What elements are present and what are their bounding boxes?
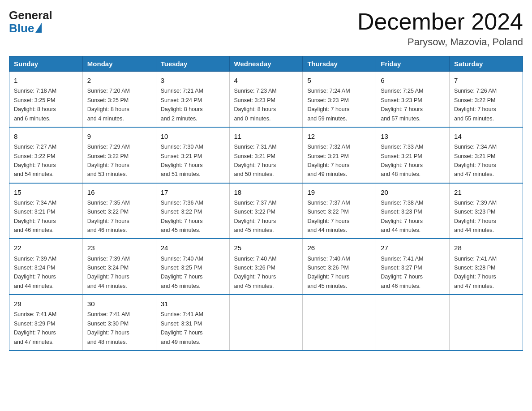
day-info: Sunrise: 7:32 AMSunset: 3:21 PMDaylight:…: [307, 144, 350, 177]
calendar-cell: [450, 295, 523, 351]
calendar-cell: 17Sunrise: 7:36 AMSunset: 3:22 PMDayligh…: [156, 183, 229, 239]
location-title: Parysow, Mazovia, Poland: [357, 36, 523, 48]
day-info: Sunrise: 7:41 AMSunset: 3:28 PMDaylight:…: [454, 256, 497, 289]
weekday-header-thursday: Thursday: [303, 56, 376, 72]
day-info: Sunrise: 7:36 AMSunset: 3:22 PMDaylight:…: [161, 200, 203, 233]
calendar-cell: 18Sunrise: 7:37 AMSunset: 3:22 PMDayligh…: [229, 183, 303, 239]
page-header: General Blue December 2024 Parysow, Mazo…: [9, 9, 523, 48]
calendar-cell: 4Sunrise: 7:23 AMSunset: 3:23 PMDaylight…: [229, 72, 303, 127]
day-number: 29: [14, 299, 78, 309]
day-info: Sunrise: 7:18 AMSunset: 3:25 PMDaylight:…: [14, 88, 56, 121]
calendar-cell: 30Sunrise: 7:41 AMSunset: 3:30 PMDayligh…: [82, 295, 156, 351]
calendar-cell: 23Sunrise: 7:39 AMSunset: 3:24 PMDayligh…: [82, 239, 156, 295]
calendar-cell: 14Sunrise: 7:34 AMSunset: 3:21 PMDayligh…: [450, 127, 523, 183]
title-block: December 2024 Parysow, Mazovia, Poland: [357, 9, 523, 48]
day-info: Sunrise: 7:40 AMSunset: 3:26 PMDaylight:…: [234, 256, 277, 289]
day-number: 5: [307, 75, 371, 86]
day-number: 24: [161, 243, 225, 253]
calendar-cell: [303, 295, 376, 351]
calendar-cell: 2Sunrise: 7:20 AMSunset: 3:25 PMDaylight…: [82, 72, 156, 127]
day-number: 1: [14, 75, 78, 86]
week-row-5: 29Sunrise: 7:41 AMSunset: 3:29 PMDayligh…: [9, 295, 523, 351]
day-info: Sunrise: 7:41 AMSunset: 3:29 PMDaylight:…: [14, 311, 56, 345]
calendar-cell: 24Sunrise: 7:40 AMSunset: 3:25 PMDayligh…: [156, 239, 229, 295]
weekday-header-friday: Friday: [376, 56, 450, 72]
week-row-4: 22Sunrise: 7:39 AMSunset: 3:24 PMDayligh…: [9, 239, 523, 295]
calendar-cell: 21Sunrise: 7:39 AMSunset: 3:23 PMDayligh…: [450, 183, 523, 239]
calendar-cell: 27Sunrise: 7:41 AMSunset: 3:27 PMDayligh…: [376, 239, 450, 295]
day-number: 2: [87, 75, 151, 86]
weekday-header-sunday: Sunday: [9, 56, 83, 72]
day-number: 9: [87, 131, 151, 141]
day-number: 25: [234, 243, 298, 253]
day-number: 18: [234, 187, 298, 197]
logo-triangle-icon: [35, 23, 42, 33]
day-info: Sunrise: 7:21 AMSunset: 3:24 PMDaylight:…: [161, 88, 203, 121]
day-info: Sunrise: 7:41 AMSunset: 3:30 PMDaylight:…: [87, 311, 130, 345]
calendar-cell: 20Sunrise: 7:38 AMSunset: 3:23 PMDayligh…: [376, 183, 450, 239]
calendar-cell: 25Sunrise: 7:40 AMSunset: 3:26 PMDayligh…: [229, 239, 303, 295]
day-info: Sunrise: 7:27 AMSunset: 3:22 PMDaylight:…: [14, 144, 56, 177]
calendar-cell: 19Sunrise: 7:37 AMSunset: 3:22 PMDayligh…: [303, 183, 376, 239]
week-row-1: 1Sunrise: 7:18 AMSunset: 3:25 PMDaylight…: [9, 72, 523, 127]
day-number: 27: [381, 243, 445, 253]
day-number: 11: [234, 131, 298, 141]
logo: General Blue: [9, 9, 52, 34]
day-number: 26: [307, 243, 371, 253]
day-number: 14: [454, 131, 518, 141]
weekday-header-wednesday: Wednesday: [229, 56, 303, 72]
calendar-cell: 15Sunrise: 7:34 AMSunset: 3:21 PMDayligh…: [9, 183, 83, 239]
day-info: Sunrise: 7:38 AMSunset: 3:23 PMDaylight:…: [381, 200, 423, 233]
day-info: Sunrise: 7:25 AMSunset: 3:23 PMDaylight:…: [381, 88, 423, 121]
day-number: 7: [454, 75, 518, 86]
calendar-cell: 9Sunrise: 7:29 AMSunset: 3:22 PMDaylight…: [82, 127, 156, 183]
calendar-cell: 7Sunrise: 7:26 AMSunset: 3:22 PMDaylight…: [450, 72, 523, 127]
day-info: Sunrise: 7:39 AMSunset: 3:24 PMDaylight:…: [87, 256, 130, 289]
calendar-cell: 29Sunrise: 7:41 AMSunset: 3:29 PMDayligh…: [9, 295, 83, 351]
calendar-cell: 28Sunrise: 7:41 AMSunset: 3:28 PMDayligh…: [450, 239, 523, 295]
day-number: 17: [161, 187, 225, 197]
day-number: 15: [14, 187, 78, 197]
logo-general: General: [9, 9, 52, 22]
day-info: Sunrise: 7:31 AMSunset: 3:21 PMDaylight:…: [234, 144, 277, 177]
day-info: Sunrise: 7:34 AMSunset: 3:21 PMDaylight:…: [14, 200, 56, 233]
calendar-cell: 16Sunrise: 7:35 AMSunset: 3:22 PMDayligh…: [82, 183, 156, 239]
day-info: Sunrise: 7:37 AMSunset: 3:22 PMDaylight:…: [307, 200, 350, 233]
day-info: Sunrise: 7:37 AMSunset: 3:22 PMDaylight:…: [234, 200, 277, 233]
day-info: Sunrise: 7:39 AMSunset: 3:24 PMDaylight:…: [14, 256, 56, 289]
logo-blue: Blue: [9, 22, 34, 35]
calendar-cell: 11Sunrise: 7:31 AMSunset: 3:21 PMDayligh…: [229, 127, 303, 183]
calendar-cell: 5Sunrise: 7:24 AMSunset: 3:23 PMDaylight…: [303, 72, 376, 127]
day-number: 23: [87, 243, 151, 253]
calendar-cell: 8Sunrise: 7:27 AMSunset: 3:22 PMDaylight…: [9, 127, 83, 183]
day-number: 4: [234, 75, 298, 86]
day-number: 30: [87, 299, 151, 309]
day-number: 12: [307, 131, 371, 141]
weekday-header-tuesday: Tuesday: [156, 56, 229, 72]
day-number: 21: [454, 187, 518, 197]
day-info: Sunrise: 7:34 AMSunset: 3:21 PMDaylight:…: [454, 144, 497, 177]
month-title: December 2024: [357, 9, 523, 34]
day-number: 19: [307, 187, 371, 197]
day-number: 31: [161, 299, 225, 309]
day-number: 6: [381, 75, 445, 86]
weekday-header-row: SundayMondayTuesdayWednesdayThursdayFrid…: [9, 56, 523, 72]
day-number: 10: [161, 131, 225, 141]
day-number: 16: [87, 187, 151, 197]
day-number: 13: [381, 131, 445, 141]
day-info: Sunrise: 7:40 AMSunset: 3:26 PMDaylight:…: [307, 256, 350, 289]
week-row-2: 8Sunrise: 7:27 AMSunset: 3:22 PMDaylight…: [9, 127, 523, 183]
day-info: Sunrise: 7:35 AMSunset: 3:22 PMDaylight:…: [87, 200, 130, 233]
day-info: Sunrise: 7:39 AMSunset: 3:23 PMDaylight:…: [454, 200, 497, 233]
day-info: Sunrise: 7:23 AMSunset: 3:23 PMDaylight:…: [234, 88, 277, 121]
calendar-cell: [229, 295, 303, 351]
week-row-3: 15Sunrise: 7:34 AMSunset: 3:21 PMDayligh…: [9, 183, 523, 239]
day-info: Sunrise: 7:24 AMSunset: 3:23 PMDaylight:…: [307, 88, 350, 121]
calendar-cell: 31Sunrise: 7:41 AMSunset: 3:31 PMDayligh…: [156, 295, 229, 351]
calendar-cell: 22Sunrise: 7:39 AMSunset: 3:24 PMDayligh…: [9, 239, 83, 295]
day-info: Sunrise: 7:26 AMSunset: 3:22 PMDaylight:…: [454, 88, 497, 121]
calendar-cell: 3Sunrise: 7:21 AMSunset: 3:24 PMDaylight…: [156, 72, 229, 127]
weekday-header-saturday: Saturday: [450, 56, 523, 72]
day-number: 20: [381, 187, 445, 197]
day-info: Sunrise: 7:30 AMSunset: 3:21 PMDaylight:…: [161, 144, 203, 177]
